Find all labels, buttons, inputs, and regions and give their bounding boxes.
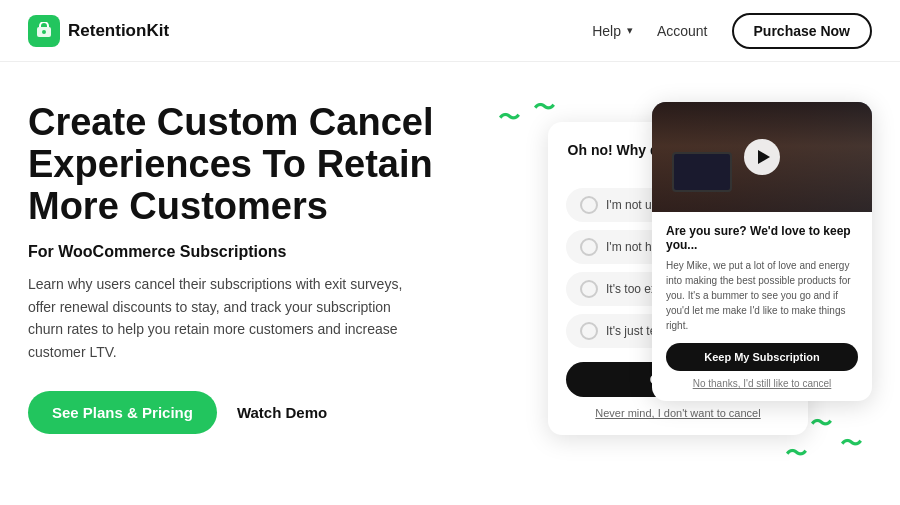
hero-mockup: 〜 〜 〜 〜 〜 〜 Oh no! Why did you cancel to… [468, 92, 872, 505]
never-mind-link[interactable]: Never mind, I don't want to cancel [566, 407, 790, 419]
navbar: RetentionKit Help ▾ Account Purchase Now [0, 0, 900, 62]
squiggle-decoration: 〜 [785, 443, 807, 465]
no-thanks-link[interactable]: No thanks, I'd still like to cancel [666, 378, 858, 389]
logo: RetentionKit [28, 15, 169, 47]
retention-card-body: Are you sure? We'd love to keep you... H… [652, 212, 872, 401]
watch-demo-button[interactable]: Watch Demo [237, 404, 327, 421]
purchase-now-button[interactable]: Purchase Now [732, 13, 872, 49]
account-link[interactable]: Account [657, 23, 708, 39]
main-content: Create Custom Cancel Experiences To Reta… [0, 62, 900, 505]
play-button[interactable] [744, 139, 780, 175]
help-label: Help [592, 23, 621, 39]
squiggle-decoration: 〜 [498, 107, 520, 129]
logo-icon [28, 15, 60, 47]
cta-buttons: See Plans & Pricing Watch Demo [28, 391, 448, 434]
keep-subscription-button[interactable]: Keep My Subscription [666, 343, 858, 371]
squiggle-decoration: 〜 [533, 97, 555, 119]
retention-text: Hey Mike, we put a lot of love and energ… [666, 258, 858, 333]
hero-title: Create Custom Cancel Experiences To Reta… [28, 102, 448, 227]
svg-point-1 [42, 30, 46, 34]
help-menu[interactable]: Help ▾ [592, 23, 633, 39]
logo-text: RetentionKit [68, 21, 169, 41]
squiggle-decoration: 〜 [840, 433, 862, 455]
nav-right: Help ▾ Account Purchase Now [592, 13, 872, 49]
retention-offer-card: Are you sure? We'd love to keep you... H… [652, 102, 872, 401]
chevron-down-icon: ▾ [627, 24, 633, 37]
squiggle-decoration: 〜 [810, 413, 832, 435]
hero-left: Create Custom Cancel Experiences To Reta… [28, 92, 448, 505]
retention-heading: Are you sure? We'd love to keep you... [666, 224, 858, 252]
hero-description: Learn why users cancel their subscriptio… [28, 273, 408, 363]
video-thumbnail [652, 102, 872, 212]
hero-subtitle: For WooCommerce Subscriptions [28, 243, 448, 261]
see-plans-button[interactable]: See Plans & Pricing [28, 391, 217, 434]
